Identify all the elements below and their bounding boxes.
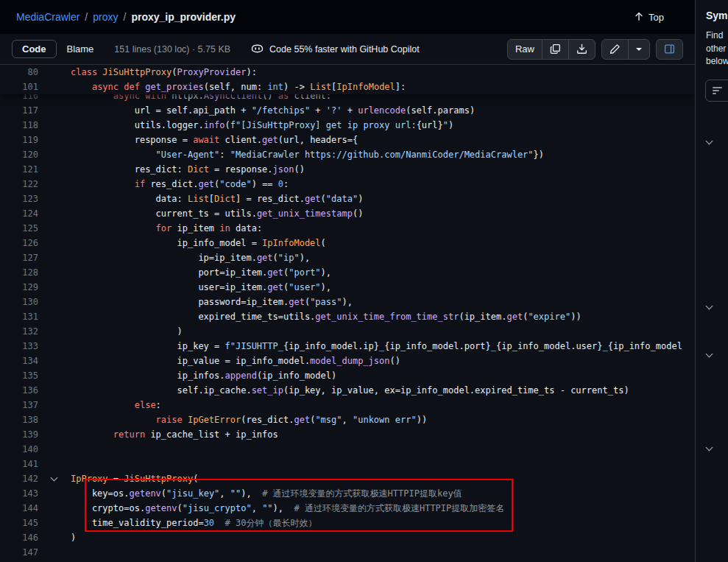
copy-button[interactable] [542,39,569,60]
symbols-panel-toggle-button[interactable] [656,39,683,60]
code-text: if res_dict.get("code") == 0: [71,177,695,192]
line-number[interactable]: 121 [0,162,38,177]
code-line-134: 134 ip_value = ip_info_model.model_dump_… [0,354,695,368]
fold-spacer [38,545,71,560]
code-line-138: 138 raise IpGetError(res_dict.get("msg",… [0,412,695,427]
code-line-119: 119 response = await client.get(url, hea… [0,133,695,147]
code-line-80: 80class JiSuHttpProxy(ProxyProvider): [0,65,695,80]
file-view-main: MediaCrawler / proxy / proxy_ip_provider… [0,0,695,562]
line-number[interactable]: 134 [0,354,38,368]
symbols-description-line: Find [706,29,728,43]
line-number[interactable]: 127 [0,250,38,265]
tab-code[interactable]: Code [12,40,57,58]
line-number[interactable]: 135 [0,368,38,383]
line-number[interactable]: 142 [0,471,38,486]
fold-spacer [38,118,71,133]
line-number[interactable]: 117 [0,103,38,118]
breadcrumb-dir-link[interactable]: proxy [93,11,118,23]
line-number[interactable]: 124 [0,206,38,221]
line-number[interactable]: 123 [0,192,38,206]
code-text: response = await client.get(url, headers… [71,133,695,147]
code-line-142: 142IpProxy = JiSuHttpProxy( [0,471,695,486]
line-number[interactable]: 131 [0,309,38,324]
line-number[interactable]: 101 [0,80,38,94]
pencil-icon [609,43,621,55]
fold-spacer [38,177,71,192]
code-line-130: 130 password=ip_item.get("pass"), [0,295,695,309]
fold-spacer [38,65,71,80]
code-text [71,545,695,560]
code-line-147: 147 [0,545,695,560]
edit-dropdown-button[interactable] [628,39,650,60]
line-number[interactable]: 133 [0,339,38,354]
symbols-panel: Sym Find other below [695,0,728,562]
line-number[interactable]: 144 [0,501,38,516]
tab-blame[interactable]: Blame [57,40,105,58]
line-number[interactable]: 129 [0,280,38,295]
download-icon [576,43,587,55]
line-number[interactable]: 146 [0,530,38,545]
line-number[interactable]: 143 [0,486,38,501]
line-number[interactable]: 136 [0,383,38,398]
github-code-view: MediaCrawler / proxy / proxy_ip_provider… [0,0,728,562]
line-number[interactable]: 145 [0,516,38,530]
fold-spacer [38,412,71,427]
line-number[interactable]: 139 [0,427,38,442]
code-text: port=ip_item.get("port"), [71,265,695,280]
back-to-top-link[interactable]: Top [634,11,664,24]
line-number[interactable]: 116 [0,94,38,103]
code-text: async def get_proxies(self, num: int) ->… [71,80,695,94]
code-text: ip_info_model = IpInfoModel( [71,236,695,250]
chevron-down-icon[interactable] [706,138,713,146]
line-number[interactable]: 128 [0,265,38,280]
download-button[interactable] [568,39,596,60]
fold-spacer [38,486,71,501]
breadcrumb-separator: / [85,11,88,23]
code-line-137: 137 else: [0,398,695,412]
filter-button[interactable] [705,80,728,102]
toolbar-right-controls: Raw [507,39,683,60]
line-number[interactable]: 122 [0,177,38,192]
line-number[interactable]: 140 [0,442,38,457]
line-number[interactable]: 119 [0,133,38,147]
code-line-133: 133 ip_key = f"JISUHTTP_{ip_info_model.i… [0,339,695,354]
sticky-lines: 80class JiSuHttpProxy(ProxyProvider):101… [0,65,695,94]
chevron-down-icon[interactable] [706,445,713,452]
line-number[interactable]: 138 [0,412,38,427]
line-number[interactable]: 141 [0,457,38,471]
code-line-135: 135 ip_infos.append(ip_info_model) [0,368,695,383]
edit-button[interactable] [601,39,629,60]
line-number[interactable]: 126 [0,236,38,250]
code-text: else: [71,398,695,412]
symbols-description-line: below [706,55,728,69]
code-text: crypto=os.getenv("jisu_crypto", ""), # 通… [71,501,695,516]
line-number[interactable]: 118 [0,118,38,133]
chevron-down-icon[interactable] [706,351,713,359]
line-number[interactable]: 132 [0,324,38,339]
copilot-banner-text[interactable]: Code 55% faster with GitHub Copilot [269,44,420,55]
code-line-132: 132 ) [0,324,695,339]
line-number[interactable]: 137 [0,398,38,412]
chevron-down-icon[interactable] [706,303,713,311]
code-blame-segmented-control: Code Blame [12,40,104,58]
code-line-122: 122 if res_dict.get("code") == 0: [0,177,695,192]
fold-spacer [38,309,71,324]
fold-spacer [38,339,71,354]
line-number[interactable]: 130 [0,295,38,309]
line-number[interactable]: 147 [0,545,38,560]
symbols-description-line: other [706,43,728,56]
code-text: current_ts = utils.get_unix_timestamp() [71,206,695,221]
raw-button[interactable]: Raw [507,39,543,60]
fold-spacer [38,383,71,398]
fold-chevron-icon[interactable] [38,471,71,486]
line-number[interactable]: 120 [0,147,38,162]
breadcrumb-repo-link[interactable]: MediaCrawler [16,11,79,23]
code-line-124: 124 current_ts = utils.get_unix_timestam… [0,206,695,221]
code-text: ip_key = f"JISUHTTP_{ip_info_model.ip}_{… [71,339,695,354]
code-line-117: 117 url = self.api_path + "/fetchips" + … [0,103,695,118]
fold-spacer [38,265,71,280]
line-number[interactable]: 125 [0,221,38,236]
code-editor: 80class JiSuHttpProxy(ProxyProvider):101… [0,65,695,562]
code-line-118: 118 utils.logger.info(f"[JiSuHttpProxy] … [0,118,695,133]
line-number[interactable]: 80 [0,65,38,80]
